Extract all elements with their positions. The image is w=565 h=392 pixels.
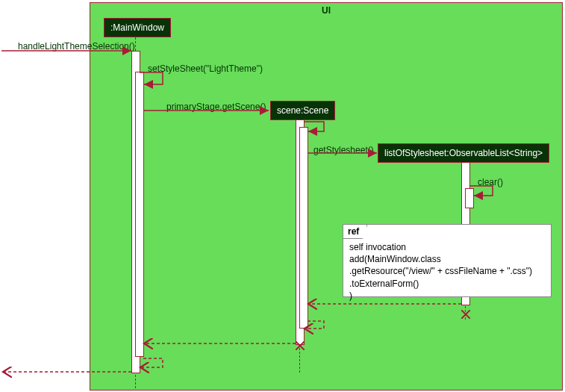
lifeline-list: listOfStylesheet:ObservableList<String> — [378, 143, 549, 163]
frame-ui: UI — [90, 2, 563, 391]
msg-clear: clear() — [478, 177, 503, 187]
msg-getscene: primaryStage.getScene() — [166, 102, 266, 112]
msg-handle: handleLightThemeSelection() — [18, 41, 135, 52]
activation-scene-inner — [299, 127, 308, 329]
lifeline-list-label: listOfStylesheet:ObservableList<String> — [384, 148, 543, 158]
lifeline-main: :MainWindow — [104, 18, 171, 37]
msg-setstyle: setStyleSheet("LightTheme") — [148, 63, 263, 74]
ref-body: self invocation add(MainWindow.class .ge… — [343, 225, 551, 306]
ref-line5: ) — [349, 290, 352, 301]
ref-line3: .getResource("/view/" + cssFileName + ".… — [349, 266, 532, 276]
destroy-scene-icon — [294, 340, 306, 352]
activation-list-clear — [465, 188, 474, 208]
destroy-list-icon — [460, 308, 472, 320]
ref-line2: add(MainWindow.class — [349, 254, 441, 264]
ref-fragment: ref self invocation add(MainWindow.class… — [343, 224, 552, 297]
sequence-diagram: UI :MainWindow scene:Scene listOfStylesh… — [0, 0, 565, 392]
ref-line4: .toExternalForm() — [349, 279, 419, 289]
lifeline-scene-label: scene:Scene — [277, 105, 328, 116]
activation-main-inner — [135, 72, 144, 357]
msg-getstylesheet: getStylesheet() — [313, 145, 374, 155]
frame-label: UI — [322, 5, 331, 16]
lifeline-scene: scene:Scene — [270, 101, 335, 120]
ref-line1: self invocation — [349, 242, 406, 252]
lifeline-main-label: :MainWindow — [110, 22, 164, 33]
